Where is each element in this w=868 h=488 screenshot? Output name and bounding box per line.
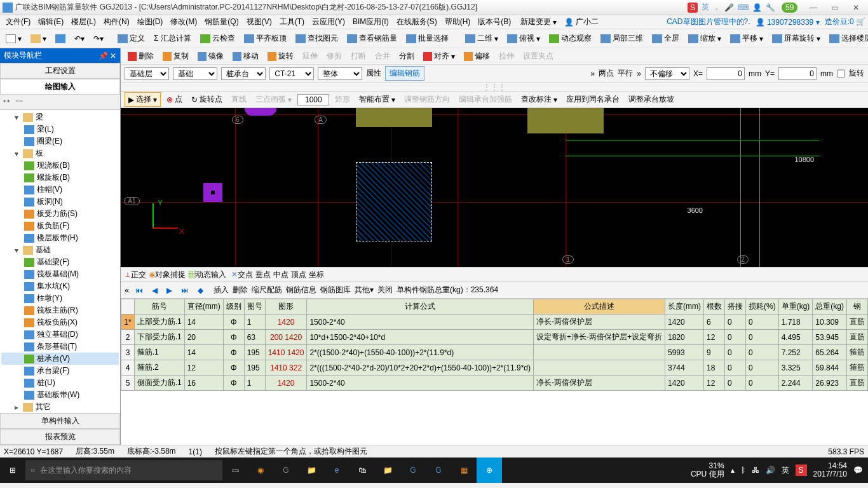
folder-icon[interactable]: 📁 <box>375 458 400 483</box>
x-input[interactable] <box>707 67 745 80</box>
delete-button[interactable]: 删除 <box>125 50 157 63</box>
app-icon[interactable]: G <box>273 458 299 483</box>
menu-file[interactable]: 文件(F) <box>3 15 34 29</box>
grip-button[interactable]: 设置夹点 <box>520 50 557 63</box>
attr-button[interactable]: 属性 <box>366 68 381 79</box>
close-grid-button[interactable]: 关闭 <box>377 285 393 295</box>
sum-button[interactable]: Σ 汇总计算 <box>151 32 194 45</box>
view-rebar-button[interactable]: 查看钢筋量 <box>344 32 400 45</box>
maximize-button[interactable]: ▭ <box>825 3 844 12</box>
checkdim-button[interactable]: 查改标注▾ <box>518 93 560 106</box>
drawing-canvas[interactable]: A1 6 A 1 2 10800 3600 Y X <box>121 108 868 267</box>
cad-hint[interactable]: CAD草图图片管理中的?. <box>667 17 750 27</box>
bean[interactable]: 造价豆:0 🛒 <box>825 17 865 27</box>
near-button[interactable]: 坐标 <box>309 269 324 280</box>
table-row[interactable]: 5 侧面受力筋.116Φ1 1420 1500-2*40净长-两倍保护层 142… <box>121 376 868 391</box>
tool-icon[interactable]: 🔧 <box>766 3 775 12</box>
copy-button[interactable]: 复制 <box>159 50 192 63</box>
menu-floor[interactable]: 楼层(L) <box>68 15 99 29</box>
parallel-button[interactable]: 平行 <box>618 68 633 79</box>
menu-version[interactable]: 版本号(B) <box>475 15 514 29</box>
prev-icon[interactable]: ◀ <box>149 286 160 295</box>
tab-draw[interactable]: 绘图输入 <box>0 79 120 95</box>
floor-select[interactable]: 基础层 <box>125 67 169 80</box>
delete-row-button[interactable]: 删除 <box>233 285 248 295</box>
info-button[interactable]: 钢筋信息 <box>286 285 316 295</box>
new-icon[interactable]: ▾ <box>3 33 25 44</box>
task-view-icon[interactable]: ▭ <box>222 458 248 483</box>
category-select[interactable]: 基础 <box>173 67 217 80</box>
redo-icon[interactable]: ↷▾ <box>90 33 107 44</box>
rebar-grid[interactable]: 筋号直径(mm)级别图号 图形计算公式 公式描述 长度(mm)根数搭接损耗(%)… <box>121 299 868 445</box>
app4-icon[interactable]: ▦ <box>451 458 477 483</box>
break-button[interactable]: 打断 <box>348 50 369 63</box>
rotpt-button[interactable]: ↻ 旋转点 <box>188 93 226 106</box>
define-button[interactable]: 定义 <box>114 32 148 45</box>
perp-button[interactable]: 垂点 <box>255 269 271 280</box>
menu-modify[interactable]: 修改(M) <box>167 15 200 29</box>
minimize-button[interactable]: ― <box>804 3 823 12</box>
batch-select-button[interactable]: 批量选择 <box>403 32 452 45</box>
local3d-button[interactable]: 局部三维 <box>597 32 646 45</box>
arc3-button[interactable]: 三点画弧▾ <box>252 93 295 106</box>
split-button[interactable]: 分割 <box>396 50 417 63</box>
cloud-check-button[interactable]: 云检查 <box>197 32 238 45</box>
close-button[interactable]: ✕ <box>846 3 865 12</box>
collapse-icon[interactable]: ⁻⁻ <box>15 98 23 107</box>
adjdir-button[interactable]: 调整钢筋方向 <box>401 93 453 106</box>
mic-icon[interactable]: 🎤 <box>724 3 734 12</box>
int-button[interactable]: ✕交点 <box>231 269 253 280</box>
other-button[interactable]: 其他▾ <box>355 285 374 295</box>
screen-rotate-button[interactable]: 屏幕旋转▾ <box>769 32 824 45</box>
firefox-icon[interactable]: ◉ <box>248 458 273 483</box>
table-row[interactable]: 3 箍筋.114Φ195 1410 1420 2*((1500-2*40)+(1… <box>121 345 868 360</box>
expand-icon[interactable]: ⁺⁺ <box>3 98 10 107</box>
pan-button[interactable]: 平移▾ <box>727 32 766 45</box>
value-input[interactable] <box>297 94 329 105</box>
2d-button[interactable]: 二维▾ <box>462 32 501 45</box>
offset-button[interactable]: 偏移 <box>461 50 493 63</box>
tab-report[interactable]: 报表预览 <box>0 429 120 445</box>
badge[interactable]: 59 <box>782 3 797 13</box>
edit-rebar-button[interactable]: 编辑钢筋 <box>385 66 424 81</box>
merge-button[interactable]: 合并 <box>372 50 393 63</box>
dyn-button[interactable]: ▦动态输入 <box>188 269 226 280</box>
menu-edit[interactable]: 编辑(E) <box>35 15 67 29</box>
adjslope-button[interactable]: 调整承台放坡 <box>625 93 677 106</box>
twopt-button[interactable]: 两点 <box>599 68 614 79</box>
app2-icon[interactable]: G <box>400 458 426 483</box>
mid-button[interactable]: 中点 <box>273 269 288 280</box>
scope-select[interactable]: 整体 <box>318 67 362 80</box>
move-button[interactable]: 移动 <box>229 50 262 63</box>
menu-help[interactable]: 帮助(H) <box>442 15 474 29</box>
select-button[interactable]: ▶ 选择 ▾ <box>125 92 161 107</box>
insert-row-button[interactable]: 插入 <box>214 285 229 295</box>
menu-component[interactable]: 构件(N) <box>100 15 133 29</box>
align-slab-button[interactable]: 平齐板顶 <box>241 32 290 45</box>
keyboard-icon[interactable]: ⌨ <box>738 3 749 12</box>
point-button[interactable]: ⊗ 点 <box>163 93 186 106</box>
orbit-button[interactable]: 动态观察 <box>546 32 595 45</box>
windows-taskbar[interactable]: ⊞ ○在这里输入你要搜索的内容 ▭ ◉ G 📁 e 🛍 📁 G G ▦ ⊕ 31… <box>0 458 868 483</box>
menu-cloud[interactable]: 云应用(Y) <box>309 15 348 29</box>
open-icon[interactable]: ▾ <box>27 33 50 44</box>
last-icon[interactable]: ⏭ <box>179 286 191 295</box>
menu-bim[interactable]: BIM应用(I) <box>349 15 392 29</box>
component-tree[interactable]: ▾梁 梁(L) 圈梁(E) ▾板 现浇板(B) 螺旋板(B) 柱帽(V) 板洞(… <box>0 110 120 413</box>
applysame-button[interactable]: 应用到同名承台 <box>563 93 623 106</box>
next-icon[interactable]: ▶ <box>164 286 175 295</box>
menu-online[interactable]: 在线服务(S) <box>393 15 440 29</box>
rect-button[interactable]: 矩形 <box>332 93 353 106</box>
menu-rebar[interactable]: 钢筋量(Q) <box>201 15 241 29</box>
store-icon[interactable]: 🛍 <box>349 458 375 483</box>
menu-view[interactable]: 视图(V) <box>243 15 275 29</box>
id-select[interactable]: CT-21 <box>269 67 314 80</box>
table-row[interactable]: 2 下部受力筋.120Φ63 200 1420 10*d+1500-2*40+1… <box>121 330 868 345</box>
mirror-button[interactable]: 镜像 <box>194 50 227 63</box>
tab-project[interactable]: 工程设置 <box>0 63 120 79</box>
new-change-button[interactable]: 新建变更 ▾ <box>515 16 560 28</box>
first-icon[interactable]: ⏮ <box>133 286 146 295</box>
y-input[interactable] <box>778 67 817 80</box>
type-select[interactable]: 桩承台 <box>221 67 266 80</box>
ime-bar[interactable]: S 英， 🎤 ⌨ 👤 🔧 <box>688 2 775 13</box>
